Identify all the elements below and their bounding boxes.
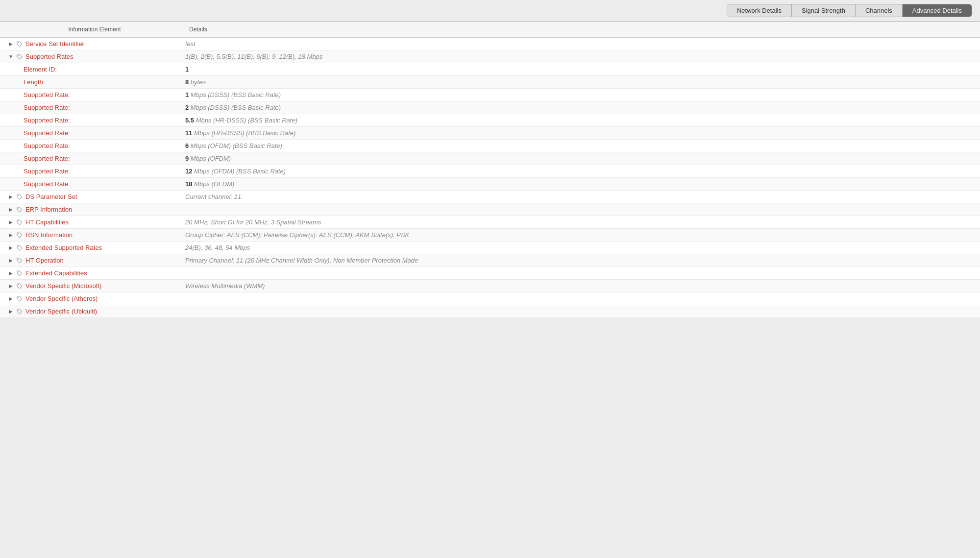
sub-row-element-cell: Supported Rate: — [0, 140, 181, 151]
tab-group: Network Details Signal Strength Channels… — [727, 4, 972, 17]
expand-icon[interactable]: ▶ — [8, 207, 14, 213]
table-body: ▶ Service Set Identifier test ▼ Supporte… — [0, 38, 980, 318]
sub-row-element-cell: Supported Rate: — [0, 127, 181, 139]
detail-value: 18 — [185, 180, 192, 188]
tag-icon — [16, 206, 24, 214]
row-label: Vendor Specific (Microsoft) — [25, 282, 101, 290]
row-detail-cell — [181, 271, 980, 275]
detail-text: 24(B), 36, 48, 54 Mbps — [185, 244, 250, 251]
table-row: ▶ DS Parameter Set Current channel: 11 — [0, 191, 980, 203]
detail-text: Primary Channel: 11 (20 MHz Channel Widt… — [185, 257, 418, 264]
expand-icon[interactable]: ▶ — [8, 296, 14, 302]
tab-advanced-details[interactable]: Advanced Details — [903, 4, 972, 17]
detail-suffix: Mbps (OFDM) (BSS Basic Rate) — [192, 168, 286, 175]
expand-icon[interactable]: ▶ — [8, 245, 14, 251]
expand-icon[interactable]: ▶ — [8, 219, 14, 225]
sub-row-element-cell: Supported Rate: — [0, 89, 181, 100]
row-element-cell: ▶ HT Operation — [0, 255, 181, 267]
table-row: ▶ ERP Information — [0, 203, 980, 216]
table-row: ▶ Vendor Specific (Microsoft) Wireless M… — [0, 280, 980, 292]
row-detail-cell: Group Cipher: AES (CCM); Pairwise Cipher… — [181, 229, 980, 241]
row-detail-cell — [181, 208, 980, 212]
svg-point-4 — [18, 220, 19, 221]
detail-text: Current channel: 11 — [185, 193, 241, 200]
tag-icon — [16, 308, 24, 315]
table-row: ▼ Supported Rates 1(B), 2(B), 5.5(B), 11… — [0, 50, 980, 63]
table-sub-row: Length: 8 bytes — [0, 76, 980, 89]
svg-point-0 — [18, 42, 19, 43]
row-detail-cell: test — [181, 38, 980, 49]
sub-row-element-cell: Supported Rate: — [0, 102, 181, 113]
row-label: DS Parameter Set — [25, 193, 77, 200]
collapse-icon[interactable]: ▼ — [8, 54, 14, 60]
tab-network-details[interactable]: Network Details — [727, 4, 792, 17]
row-detail-cell — [181, 297, 980, 301]
expand-icon[interactable]: ▶ — [8, 283, 14, 289]
detail-suffix: Mbps (DSSS) (BSS Basic Rate) — [189, 91, 281, 98]
sub-row-element-cell: Length: — [0, 76, 181, 88]
table-row: ▶ Extended Capabilities — [0, 267, 980, 280]
svg-point-10 — [18, 297, 19, 298]
row-element-cell: ▶ HT Capabilities — [0, 217, 181, 228]
row-detail-cell: Current channel: 11 — [181, 191, 980, 202]
row-detail-cell — [181, 310, 980, 314]
sub-row-detail-cell: 2 Mbps (DSSS) (BSS Basic Rate) — [181, 102, 980, 113]
expand-icon[interactable]: ▶ — [8, 194, 14, 200]
svg-point-8 — [18, 271, 19, 272]
col-header-element: Information Element — [0, 26, 181, 33]
tag-icon — [16, 269, 24, 277]
expand-icon[interactable]: ▶ — [8, 270, 14, 276]
sub-row-label: Element ID: — [24, 66, 57, 73]
sub-row-detail-cell: 12 Mbps (OFDM) (BSS Basic Rate) — [181, 166, 980, 177]
row-detail-cell: 20 MHz, Short GI for 20 MHz, 3 Spatial S… — [181, 217, 980, 228]
expand-icon[interactable]: ▶ — [8, 309, 14, 315]
detail-suffix: bytes — [189, 78, 206, 86]
expand-icon[interactable]: ▶ — [8, 232, 14, 238]
row-label: Service Set Identifier — [25, 40, 84, 48]
sub-row-label: Supported Rate: — [24, 180, 70, 188]
sub-row-detail-cell: 8 bytes — [181, 76, 980, 88]
row-element-cell: ▶ Vendor Specific (Microsoft) — [0, 280, 181, 292]
row-element-cell: ▼ Supported Rates — [0, 51, 181, 63]
sub-row-label: Supported Rate: — [24, 117, 70, 124]
sub-row-label: Supported Rate: — [24, 155, 70, 162]
detail-value: 1 — [185, 66, 189, 73]
tag-icon — [16, 244, 24, 252]
expand-icon[interactable]: ▶ — [8, 258, 14, 264]
table-sub-row: Supported Rate: 2 Mbps (DSSS) (BSS Basic… — [0, 101, 980, 114]
sub-row-label: Supported Rate: — [24, 104, 70, 111]
row-label: Extended Capabilities — [25, 269, 87, 277]
row-element-cell: ▶ ERP Information — [0, 204, 181, 216]
row-label: HT Operation — [25, 257, 64, 264]
table-sub-row: Supported Rate: 18 Mbps (OFDM) — [0, 178, 980, 191]
detail-value: 11 — [185, 129, 192, 137]
detail-suffix: Mbps (HR-DSSS) (BSS Basic Rate) — [192, 129, 295, 137]
table-sub-row: Supported Rate: 6 Mbps (OFDM) (BSS Basic… — [0, 140, 980, 152]
row-element-cell: ▶ RSN Information — [0, 229, 181, 241]
expand-icon[interactable]: ▶ — [8, 41, 14, 47]
sub-row-element-cell: Supported Rate: — [0, 115, 181, 126]
svg-point-2 — [18, 195, 19, 196]
table-row: ▶ HT Operation Primary Channel: 11 (20 M… — [0, 254, 980, 267]
detail-text: test — [185, 40, 196, 48]
sub-row-label: Supported Rate: — [24, 91, 70, 98]
row-label: HT Capabilities — [25, 218, 69, 226]
row-element-cell: ▶ Extended Supported Rates — [0, 242, 181, 254]
sub-row-element-cell: Supported Rate: — [0, 178, 181, 190]
sub-row-detail-cell: 6 Mbps (OFDM) (BSS Basic Rate) — [181, 140, 980, 151]
row-label: Extended Supported Rates — [25, 244, 102, 251]
table-sub-row: Supported Rate: 11 Mbps (HR-DSSS) (BSS B… — [0, 127, 980, 140]
row-element-cell: ▶ DS Parameter Set — [0, 191, 181, 203]
table-row: ▶ Vendor Specific (Ubiquiti) — [0, 305, 980, 318]
sub-row-detail-cell: 11 Mbps (HR-DSSS) (BSS Basic Rate) — [181, 127, 980, 139]
sub-row-detail-cell: 18 Mbps (OFDM) — [181, 178, 980, 190]
row-label: Supported Rates — [25, 53, 74, 60]
table-row: ▶ Service Set Identifier test — [0, 38, 980, 50]
tab-channels[interactable]: Channels — [856, 4, 903, 17]
tab-signal-strength[interactable]: Signal Strength — [792, 4, 856, 17]
table-sub-row: Element ID: 1 — [0, 63, 980, 76]
table-sub-row: Supported Rate: 12 Mbps (OFDM) (BSS Basi… — [0, 165, 980, 178]
row-detail-cell: 24(B), 36, 48, 54 Mbps — [181, 242, 980, 253]
sub-row-detail-cell: 9 Mbps (OFDM) — [181, 153, 980, 164]
tag-icon — [16, 40, 24, 48]
